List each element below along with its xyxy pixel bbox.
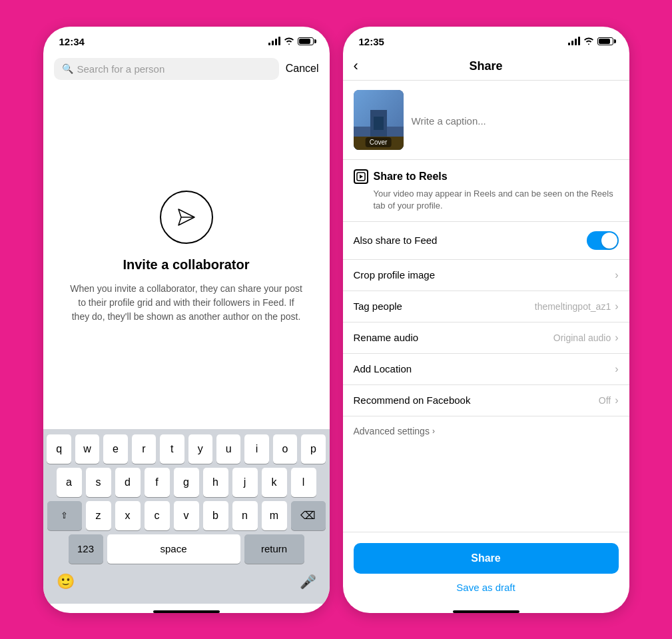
key-s[interactable]: s (86, 468, 111, 497)
key-o[interactable]: o (273, 434, 297, 464)
screen1-content: 🔍 Search for a person Cancel Invite a co… (43, 53, 330, 613)
key-e[interactable]: e (103, 434, 127, 464)
key-r[interactable]: r (132, 434, 156, 464)
svg-marker-5 (374, 117, 384, 130)
battery-icon-2 (597, 37, 613, 45)
keyboard-row-1: q w e r t y u i o p (47, 434, 326, 464)
key-return[interactable]: return (244, 534, 304, 564)
keyboard-row-2: a s d f g h j k l (47, 468, 326, 497)
key-i[interactable]: i (244, 434, 268, 464)
option-rename-audio[interactable]: Rename audio Original audio › (343, 322, 629, 354)
keyboard: q w e r t y u i o p a s d f g h (43, 429, 330, 604)
mic-icon[interactable]: 🎤 (300, 574, 316, 590)
home-indicator (153, 610, 220, 613)
key-c[interactable]: c (145, 501, 170, 530)
wifi-icon-2 (583, 37, 594, 47)
option-label-feed: Also share to Feed (354, 235, 438, 246)
key-v[interactable]: v (174, 501, 199, 530)
emoji-icon[interactable]: 🙂 (57, 573, 75, 590)
advanced-settings-chevron: › (432, 426, 435, 436)
option-right-audio: Original audio › (553, 332, 619, 344)
key-shift[interactable]: ⇧ (47, 501, 82, 530)
time-1: 12:34 (59, 36, 85, 47)
option-right-location: › (615, 363, 618, 375)
reels-header: Share to Reels (354, 169, 619, 184)
home-indicator-2 (453, 610, 519, 613)
key-a[interactable]: a (57, 468, 82, 497)
status-icons-1 (268, 37, 314, 47)
key-b[interactable]: b (203, 501, 228, 530)
caption-input[interactable] (412, 90, 619, 150)
chevron-icon-location: › (615, 363, 618, 375)
invite-title: Invite a collaborator (123, 257, 249, 273)
key-f[interactable]: f (145, 468, 170, 497)
save-draft-button[interactable]: Save as draft (354, 582, 619, 593)
time-2: 12:35 (359, 36, 384, 47)
option-crop-profile[interactable]: Crop profile image › (343, 260, 629, 291)
key-123[interactable]: 123 (69, 534, 103, 564)
key-p[interactable]: p (301, 434, 325, 464)
key-k[interactable]: k (262, 468, 287, 497)
invite-description: When you invite a collaborator, they can… (70, 282, 303, 324)
cover-label: Cover (366, 137, 392, 147)
key-u[interactable]: u (216, 434, 240, 464)
chevron-icon-tag: › (615, 301, 618, 313)
advanced-settings-row[interactable]: Advanced settings › (343, 416, 629, 446)
signal-icon (268, 37, 280, 45)
option-label-location: Add Location (354, 363, 412, 374)
screen2-content: ‹ Share (343, 53, 629, 604)
key-z[interactable]: z (86, 501, 111, 530)
option-also-share-to-feed: Also share to Feed (343, 222, 629, 260)
key-g[interactable]: g (174, 468, 199, 497)
option-right-crop: › (615, 269, 618, 281)
key-m[interactable]: m (262, 501, 287, 530)
key-t[interactable]: t (160, 434, 184, 464)
key-y[interactable]: y (188, 434, 212, 464)
key-n[interactable]: n (232, 501, 258, 530)
option-recommend-facebook[interactable]: Recommend on Facebook Off › (343, 385, 629, 416)
also-share-toggle[interactable] (587, 231, 619, 250)
tag-people-value: themeltingpot_az1 (535, 301, 611, 312)
key-backspace[interactable]: ⌫ (291, 501, 326, 530)
reels-icon (354, 169, 368, 184)
reels-section: Share to Reels Your video may appear in … (343, 160, 629, 222)
status-icons-2 (568, 37, 613, 47)
keyboard-row-4: 123 space return (47, 534, 326, 564)
share-button[interactable]: Share (354, 543, 619, 574)
phone-screen-2: 12:35 (343, 27, 629, 613)
back-arrow-icon[interactable]: ‹ (354, 57, 358, 75)
key-q[interactable]: q (47, 434, 71, 464)
key-w[interactable]: w (75, 434, 99, 464)
keyboard-bottom: 🙂 🎤 (47, 568, 326, 590)
search-icon: 🔍 (62, 63, 73, 74)
option-add-location[interactable]: Add Location › (343, 354, 629, 385)
invite-collaborator-section: Invite a collaborator When you invite a … (43, 85, 330, 429)
key-h[interactable]: h (203, 468, 228, 497)
share-bottom: Share Save as draft (343, 532, 629, 604)
reels-description: Your video may appear in Reels and can b… (374, 188, 619, 212)
option-tag-people[interactable]: Tag people themeltingpot_az1 › (343, 291, 629, 322)
key-space[interactable]: space (107, 534, 240, 564)
video-thumbnail: Cover (354, 90, 404, 150)
cancel-button[interactable]: Cancel (286, 63, 319, 75)
svg-marker-8 (360, 175, 363, 179)
search-input-wrap[interactable]: 🔍 Search for a person (54, 58, 279, 80)
option-right-facebook: Off › (599, 394, 619, 406)
key-x[interactable]: x (115, 501, 141, 530)
key-j[interactable]: j (232, 468, 258, 497)
send-circle-icon (160, 191, 213, 244)
share-title: Share (469, 59, 502, 73)
status-bar-2: 12:35 (343, 27, 629, 53)
rename-audio-value: Original audio (553, 332, 611, 343)
option-right-tag: themeltingpot_az1 › (535, 301, 619, 313)
signal-icon-2 (568, 37, 580, 45)
wifi-icon (284, 37, 294, 47)
chevron-icon-crop: › (615, 269, 618, 281)
key-d[interactable]: d (115, 468, 141, 497)
option-label-audio: Rename audio (354, 332, 419, 343)
option-label-crop: Crop profile image (354, 269, 436, 281)
caption-row: Cover (343, 81, 629, 160)
battery-icon (298, 37, 314, 45)
option-label-facebook: Recommend on Facebook (354, 394, 471, 406)
key-l[interactable]: l (291, 468, 316, 497)
